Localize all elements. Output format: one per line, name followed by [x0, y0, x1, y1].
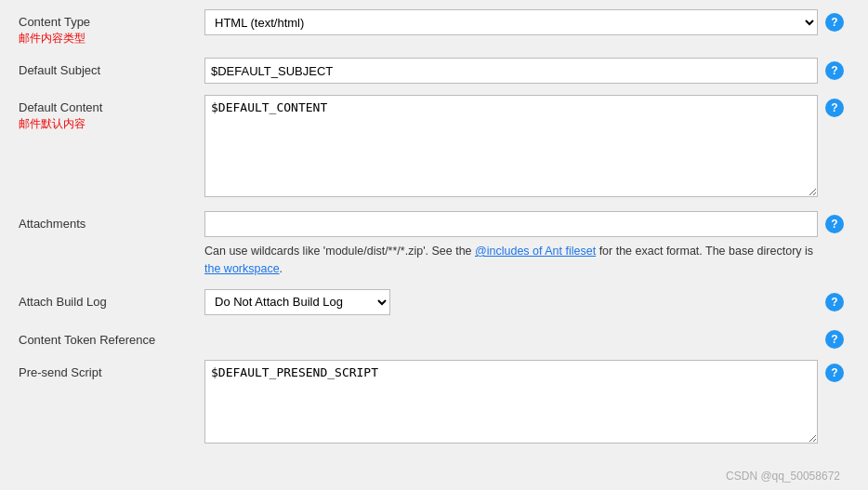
default-content-row: Default Content 邮件默认内容 $DEFAULT_CONTENT …	[19, 95, 849, 200]
default-subject-label: Default Subject	[19, 58, 204, 77]
attachments-row: Attachments Can use wildcards like 'modu…	[19, 211, 849, 278]
content-token-label: Content Token Reference	[19, 327, 204, 347]
presend-script-row: Pre-send Script $DEFAULT_PRESEND_SCRIPT …	[19, 360, 849, 446]
content-type-label: Content Type 邮件内容类型	[19, 9, 204, 46]
attachments-control: Can use wildcards like 'module/dist/**/*…	[204, 211, 818, 278]
attachments-label: Attachments	[19, 211, 204, 231]
attach-build-log-label: Attach Build Log	[19, 289, 204, 309]
content-token-help-icon[interactable]: ?	[825, 330, 844, 349]
workspace-link[interactable]: the workspace	[204, 262, 280, 275]
attach-build-log-help-icon[interactable]: ?	[825, 293, 844, 311]
content-type-help-icon[interactable]: ?	[825, 13, 844, 32]
presend-script-control: $DEFAULT_PRESEND_SCRIPT	[204, 360, 818, 446]
content-type-control: HTML (text/html) Plain Text (text/plain)	[204, 9, 818, 35]
presend-script-label: Pre-send Script	[19, 360, 204, 379]
default-subject-input[interactable]	[204, 58, 818, 84]
ant-fileset-link[interactable]: @includes of Ant fileset	[475, 245, 596, 258]
attachments-input[interactable]	[204, 211, 818, 237]
content-type-select[interactable]: HTML (text/html) Plain Text (text/plain)	[204, 9, 818, 35]
default-subject-row: Default Subject ?	[19, 58, 849, 84]
default-content-help-icon[interactable]: ?	[825, 99, 844, 117]
default-subject-control	[204, 58, 818, 84]
form-container: Content Type 邮件内容类型 HTML (text/html) Pla…	[0, 0, 868, 490]
presend-script-textarea[interactable]: $DEFAULT_PRESEND_SCRIPT	[204, 360, 818, 444]
content-type-zh-label: 邮件内容类型	[19, 31, 195, 46]
attach-build-log-row: Attach Build Log Do Not Attach Build Log…	[19, 289, 849, 315]
attach-build-log-control: Do Not Attach Build Log Attach Build Log…	[204, 289, 818, 315]
content-type-row: Content Type 邮件内容类型 HTML (text/html) Pla…	[19, 9, 849, 46]
default-content-textarea[interactable]: $DEFAULT_CONTENT	[204, 95, 818, 197]
default-content-control: $DEFAULT_CONTENT	[204, 95, 818, 200]
attach-build-log-select[interactable]: Do Not Attach Build Log Attach Build Log…	[204, 289, 390, 315]
default-content-zh-label: 邮件默认内容	[19, 116, 195, 132]
presend-script-help-icon[interactable]: ?	[825, 364, 844, 382]
content-token-row: Content Token Reference ?	[19, 326, 849, 349]
default-content-label: Default Content 邮件默认内容	[19, 95, 204, 132]
watermark-text: CSDN @qq_50058672	[726, 470, 840, 483]
attachments-hint: Can use wildcards like 'module/dist/**/*…	[204, 243, 818, 278]
default-subject-help-icon[interactable]: ?	[825, 61, 844, 80]
attachments-help-icon[interactable]: ?	[825, 215, 844, 233]
